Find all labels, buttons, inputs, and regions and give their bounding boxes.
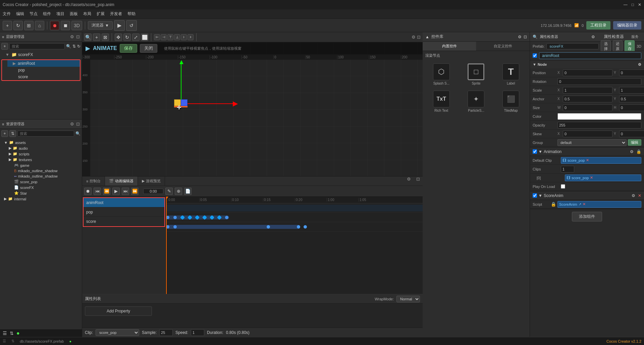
add-btn[interactable]: + <box>3 21 12 30</box>
asset-score-pop[interactable]: 🎬 score_pop <box>5 179 82 185</box>
widget-tiledmap[interactable]: ⬛ TiledMap <box>495 89 527 114</box>
node-name-input[interactable]: animRoot <box>539 52 641 59</box>
menu-layout[interactable]: 布局 <box>83 11 91 17</box>
script-input[interactable]: ScoreAnim ↗ ✕ <box>557 201 641 208</box>
group-select[interactable]: default <box>557 139 627 146</box>
tab-preview[interactable]: ▶ 游戏预览 <box>138 177 165 186</box>
layer-root[interactable]: ▼ 📁 scoreFX <box>0 51 82 58</box>
scale-btn[interactable]: ⤢ <box>132 34 140 41</box>
menu-edit[interactable]: 编辑 <box>16 11 24 17</box>
clips-count-input[interactable]: 1 <box>561 166 574 172</box>
add-component-btn[interactable]: 添加组件 <box>572 212 602 221</box>
zoom-out-btn[interactable]: 🔍 <box>84 34 92 41</box>
asset-mikado1[interactable]: B mikado_outline_shadow <box>5 168 82 174</box>
menu-node[interactable]: 节点 <box>30 11 38 17</box>
tl-script-btn[interactable]: 📄 <box>184 188 192 195</box>
add-property-btn[interactable]: Add Property <box>85 306 152 316</box>
anim-section-header[interactable]: ▼ Animation ⚙ 🔒 <box>530 147 644 156</box>
gizmo-object[interactable]: ✛ <box>174 99 187 113</box>
asset-audio[interactable]: ▶ 📁 audio <box>5 145 82 151</box>
zoom-in-btn[interactable]: + <box>93 34 100 41</box>
scene-canvas[interactable]: ▶ ANIMATE 保存 关闭 使用鼠标右键平移视窗焦点，使用滚轮缩放视窗 -3… <box>82 42 423 176</box>
clip-select[interactable]: score_pop <box>96 329 139 336</box>
maximize-btn[interactable]: □ <box>632 2 634 7</box>
asset-assets-folder[interactable]: ▼ 📁 assets <box>0 140 82 145</box>
scale-x-input[interactable]: 1 <box>563 87 612 94</box>
layer-item-pop[interactable]: pop <box>7 67 80 73</box>
position-y-input[interactable]: 0 <box>619 69 644 76</box>
play-btn[interactable]: ▶ <box>114 20 125 31</box>
sample-input[interactable]: 25 <box>159 329 173 336</box>
tab-custom[interactable]: 自定义控件 <box>476 42 530 51</box>
tl-add-evt-btn[interactable]: ✎ <box>165 188 173 195</box>
inspector-settings-btn[interactable]: ⚙ <box>591 35 595 39</box>
tl-play-btn[interactable]: ▶ <box>112 188 120 195</box>
move-btn[interactable]: ✥ <box>115 34 122 41</box>
asset-scripts[interactable]: ▶ 📁 scripts <box>5 151 82 157</box>
playhead[interactable] <box>166 197 167 294</box>
scene-btn[interactable]: ⌂ <box>35 21 44 30</box>
track-score[interactable]: score <box>84 217 164 226</box>
menu-panel[interactable]: 面板 <box>70 11 78 17</box>
tl-next-btn[interactable]: ⏭ <box>122 188 129 195</box>
tl-add-frame-btn[interactable]: ⊕ <box>175 188 182 195</box>
animate-save-btn[interactable]: 保存 <box>120 44 137 53</box>
asset-internal[interactable]: ▶ 📁 internal <box>0 196 82 202</box>
widget-close-btn[interactable]: ⊡ <box>524 35 527 39</box>
widget-splash[interactable]: ⬡ Splash S... <box>425 62 458 87</box>
align-h-btn[interactable]: ⊣ <box>161 34 167 40</box>
node-enabled-checkbox[interactable] <box>533 53 537 58</box>
layer-search-icon[interactable]: 🔍 <box>66 44 71 49</box>
rotate-btn[interactable]: ↻ <box>123 34 131 41</box>
tab-service[interactable]: 服务 <box>629 34 641 39</box>
three-d-btn[interactable]: 3D <box>71 21 82 30</box>
tl-record-btn[interactable]: ⏺ <box>84 188 92 195</box>
tab-anim-editor[interactable]: 🎬 动画编辑器 <box>105 177 138 186</box>
tab-inspector[interactable]: 属性检查器 <box>601 34 627 40</box>
zoom-fit-btn[interactable]: ⊠ <box>102 34 109 41</box>
layer-settings-btn[interactable]: ⚙ <box>70 34 74 39</box>
size-h-input[interactable]: 0 <box>619 104 644 111</box>
scoreanim-header[interactable]: ▼ ScoreAnim ⚙ ✕ <box>530 191 644 200</box>
asset-settings-btn[interactable]: ⚙ <box>70 121 74 127</box>
rec-btn[interactable]: ⏺ <box>50 21 59 30</box>
animate-close-btn[interactable]: 关闭 <box>140 44 157 53</box>
widget-sprite[interactable]: □ Sprite <box>460 62 492 87</box>
asset-search-input[interactable] <box>17 131 74 137</box>
clip-0-input[interactable]: 🎞 score_pop ✕ <box>565 175 641 181</box>
scene-settings-btn[interactable]: ⚙ <box>412 35 416 40</box>
asset-textures[interactable]: ▶ 📁 textures <box>5 157 82 162</box>
minimize-btn[interactable]: — <box>624 2 628 7</box>
tl-rew-btn[interactable]: ⏪ <box>103 188 110 195</box>
timeline-close-btn[interactable]: ⊡ <box>414 177 423 186</box>
widget-settings-btn[interactable]: ⚙ <box>518 35 522 39</box>
scoreanim-remove-btn[interactable]: ✕ <box>638 193 641 198</box>
anim-settings-btn[interactable]: ⚙ <box>630 149 634 154</box>
layer-item-score[interactable]: score <box>7 73 80 80</box>
size-w-input[interactable]: 0 <box>563 104 612 111</box>
rect-btn[interactable]: ⬜ <box>141 34 148 41</box>
default-clip-input[interactable]: 🎞 score_pop ✕ <box>561 157 641 164</box>
rotation-input[interactable]: 0 <box>557 78 641 85</box>
wrapmode-select[interactable]: Normal <box>396 296 420 302</box>
menu-component[interactable]: 组件 <box>43 11 51 17</box>
asset-sort-btn[interactable]: ⇅ <box>9 130 16 137</box>
replay-btn[interactable]: ↺ <box>126 20 137 31</box>
layer-refresh-btn[interactable]: ↻ <box>77 44 80 49</box>
layer-item-animroot[interactable]: ▶ animRoot <box>7 60 80 67</box>
anim-remove-btn[interactable]: 🔒 <box>636 149 641 154</box>
align-bottom-btn[interactable]: ⊧ <box>187 34 194 40</box>
scale-y-input[interactable]: 1 <box>619 87 644 94</box>
menu-dev[interactable]: 开发者 <box>110 11 122 17</box>
prefab-revert-btn[interactable]: 还原 <box>613 40 623 52</box>
skew-x-input[interactable]: 0 <box>563 131 612 137</box>
keyframe-score-3[interactable] <box>267 225 270 229</box>
position-x-input[interactable]: 0 <box>563 69 612 76</box>
clip-0-del-btn[interactable]: ✕ <box>590 176 593 180</box>
align-v-btn[interactable]: ⊦ <box>181 34 187 40</box>
layer-close-btn[interactable]: ⊡ <box>76 34 80 39</box>
menu-file[interactable]: 文件 <box>3 11 11 17</box>
anchor-x-input[interactable]: 0.5 <box>563 96 612 102</box>
prefab-save-btn[interactable]: 保存 <box>625 40 634 52</box>
group-edit-btn[interactable]: 编辑 <box>628 139 641 146</box>
